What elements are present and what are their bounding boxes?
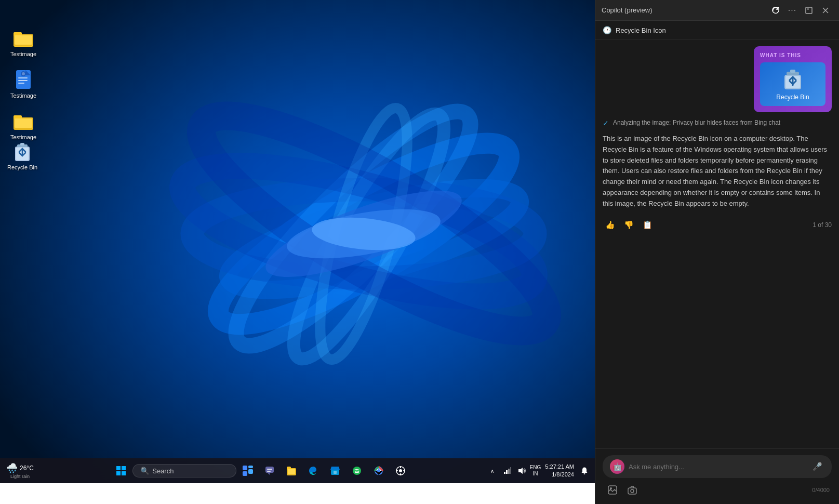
desktop-icon-testimage2[interactable]: Testimage [5,68,42,101]
result-counter: 1 of 30 [813,221,832,229]
icon-label-testimage2: Testimage [10,92,36,99]
svg-rect-15 [15,35,32,45]
svg-point-22 [22,72,25,75]
weather-widget[interactable]: 🌧️ 26°C Light rain [4,462,36,479]
clock-time: 5:27:21 AM [545,463,574,471]
svg-rect-62 [584,473,585,474]
desktop-icon-testimage1[interactable]: Testimage [5,26,42,60]
svg-rect-34 [243,466,247,470]
taskbar-edge[interactable] [303,460,324,481]
what-is-this-card: WHAT IS THIS Recycle Bin [754,46,832,112]
copilot-query-text: Recycle Bin Icon [616,26,666,34]
copilot-input[interactable] [629,463,806,471]
copilot-bottom-row: 0/4000 [603,482,832,498]
taskbar-store[interactable] [325,460,345,481]
taskbar-explorer[interactable] [281,460,302,481]
desktop: Testimage Testimage Testimage [0,0,595,483]
svg-rect-64 [807,8,809,10]
desktop-icon-recycle-bin[interactable]: Recycle Bin [4,139,41,173]
camera-tool-button[interactable] [624,482,640,498]
svg-rect-55 [396,470,398,471]
svg-rect-46 [334,471,337,474]
copilot-title-controls: ··· [768,3,833,18]
keyboard-lang[interactable]: ENG IN [530,465,541,477]
system-clock[interactable]: 5:27:21 AM 1/8/2024 [543,463,576,479]
copilot-query-bar: 🕐 Recycle Bin Icon [595,21,839,40]
copilot-avatar: 🤖 [610,459,624,474]
svg-rect-29 [20,143,24,145]
char-counter: 0/4000 [812,487,830,493]
image-tool-button[interactable] [605,482,620,498]
refresh-button[interactable] [768,3,783,18]
copilot-input-area: 🤖 🎤 0/4000 [595,448,839,504]
taskbar-chrome[interactable] [368,460,389,481]
taskbar-widgets[interactable] [237,460,258,481]
svg-point-74 [631,489,634,493]
svg-rect-63 [806,7,812,14]
copilot-content: WHAT IS THIS Recycle Bin [595,40,839,448]
recycle-bin-icon [12,141,33,162]
thumbs-up-button[interactable]: 👍 [603,218,617,232]
svg-rect-44 [288,469,295,474]
microphone-button[interactable]: 🎤 [810,459,824,474]
icon-label-testimage1: Testimage [10,51,36,58]
desktop-icon-testimage3[interactable]: Testimage [5,109,42,143]
fullscreen-button[interactable] [802,3,816,18]
svg-rect-36 [248,469,253,474]
taskbar-center: 🔍 Search [36,460,486,481]
svg-rect-40 [267,469,272,470]
clock-date: 1/8/2024 [552,471,574,479]
weather-condition: Light rain [10,474,30,479]
svg-marker-39 [268,473,270,475]
copilot-panel: Copilot (preview) ··· [595,0,839,504]
notification-icon[interactable] [578,465,591,477]
svg-rect-60 [510,467,511,474]
svg-rect-18 [18,77,28,78]
search-text: Search [152,467,174,475]
taskbar: 🌧️ 26°C Light rain 🔍 Search [0,458,595,483]
svg-rect-31 [122,466,126,470]
svg-rect-59 [508,469,510,474]
taskbar-chat[interactable] [259,460,280,481]
copy-button[interactable]: 📋 [640,218,655,232]
svg-rect-54 [400,473,401,475]
svg-rect-19 [18,80,28,81]
svg-rect-32 [116,471,121,475]
tray-overflow-button[interactable]: ∧ [486,465,499,477]
svg-rect-58 [506,470,508,474]
svg-point-52 [399,469,402,472]
svg-rect-53 [400,466,401,468]
svg-rect-37 [243,471,247,476]
icon-label-recycle-bin: Recycle Bin [7,164,37,171]
taskbar-spotify[interactable] [347,460,367,481]
taskbar-right: ∧ ENG IN [486,463,591,479]
what-is-this-label: WHAT IS THIS [760,52,825,58]
svg-point-50 [377,469,380,472]
svg-rect-35 [248,466,253,468]
recycle-bin-card-label: Recycle Bin [776,94,809,101]
folder-icon [13,28,34,49]
copilot-input-row: 🤖 🎤 [603,455,832,478]
network-icon[interactable] [501,465,513,477]
check-icon: ✓ [603,119,609,127]
svg-rect-25 [15,118,32,128]
start-button[interactable] [111,460,131,481]
svg-rect-20 [18,83,24,84]
folder-icon-2 [13,111,34,132]
svg-rect-30 [116,466,121,470]
svg-rect-41 [267,471,271,472]
svg-marker-61 [518,468,523,474]
weather-temp: 26°C [20,465,34,472]
taskbar-settings[interactable] [390,460,411,481]
svg-rect-33 [122,471,126,475]
more-options-button[interactable]: ··· [785,3,800,18]
taskbar-search[interactable]: 🔍 Search [132,464,236,478]
thumbs-down-button[interactable]: 👎 [621,218,636,232]
copilot-title: Copilot (preview) [602,6,768,14]
svg-rect-56 [403,470,405,471]
svg-rect-57 [504,472,505,474]
close-button[interactable] [818,3,833,18]
search-icon: 🔍 [140,467,149,475]
volume-icon[interactable] [515,465,528,477]
file-icon [13,70,34,90]
